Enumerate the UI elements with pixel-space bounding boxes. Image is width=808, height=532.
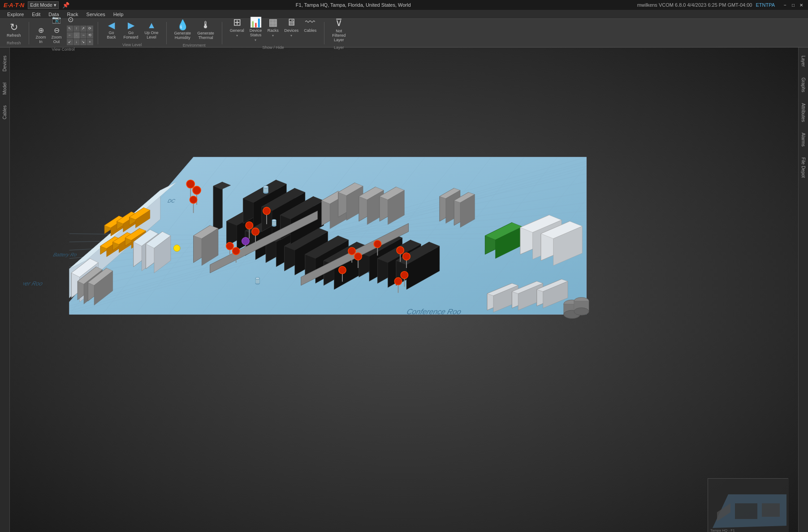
generate-humidity-button[interactable]: 💧 GenerateHumidity <box>172 19 194 41</box>
svg-point-174 <box>190 196 197 203</box>
zoom-out-button[interactable]: ⊖ ZoomOut <box>49 26 64 45</box>
nav-arrow-2[interactable]: ↗ <box>80 26 86 32</box>
sidebar-tab-cables[interactable]: Cables <box>1 102 8 123</box>
refresh-group-label: Refresh <box>7 41 21 45</box>
maximize-button[interactable]: □ <box>790 2 796 8</box>
main-view[interactable]: Power Roo Battery Ro Lab A D B Conferenc… <box>10 48 798 532</box>
pin-icon[interactable]: 📌 <box>62 2 69 9</box>
go-forward-button[interactable]: ▶ GoForward <box>121 19 141 41</box>
general-button[interactable]: ⊞ General ▾ <box>228 16 246 43</box>
svg-point-202 <box>401 271 408 279</box>
refresh-button[interactable]: ↻ Refresh <box>4 21 23 39</box>
minimize-button[interactable]: − <box>782 2 788 8</box>
svg-point-184 <box>232 247 240 255</box>
toolbar-group-view-level: ◀ GoBack ▶ GoForward ▲ Up OneLevel View … <box>101 18 164 48</box>
svg-point-198 <box>339 266 346 274</box>
nav-arrow-1[interactable]: ↖ <box>67 26 73 32</box>
svg-point-200 <box>394 277 402 285</box>
svg-text:Tampa HQ - F1: Tampa HQ - F1 <box>710 528 735 532</box>
sidebar-tab-model[interactable]: Model <box>1 79 8 98</box>
zoom-in-icon: ⊕ <box>38 27 44 34</box>
cables-icon: 〰 <box>305 17 315 27</box>
nav-arrow-right[interactable]: → <box>80 32 86 39</box>
sidebar-tab-attributes[interactable]: Attributes <box>800 99 807 125</box>
device-status-button[interactable]: 📊 DeviceStatus ▾ <box>247 16 264 43</box>
up-one-level-button[interactable]: ▲ Up OneLevel <box>143 19 161 41</box>
nav-arrow-5[interactable]: ↙ <box>67 39 73 45</box>
go-back-icon: ◀ <box>108 21 115 30</box>
nav-arrow-7[interactable]: + <box>87 39 93 45</box>
toolbar-group-show-hide: ⊞ General ▾ 📊 DeviceStatus ▾ ▦ Racks ▾ 🖥… <box>225 15 322 51</box>
camera-button[interactable]: 📷 <box>50 15 63 25</box>
refresh-label: Refresh <box>7 33 21 38</box>
svg-point-176 <box>263 207 271 215</box>
layer-label: Layer <box>334 45 344 50</box>
menu-bar: Explore Edit Data Rack Services Help <box>0 10 808 19</box>
thermal-icon: 🌡 <box>201 20 211 30</box>
show-hide-label: Show / Hide <box>262 45 284 50</box>
nav-arrow-center[interactable]: · <box>73 32 80 39</box>
title-bar: E·A·T·N Edit Mode ▾ 📌 F1, Tampa HQ, Tamp… <box>0 0 808 10</box>
svg-rect-206 <box>735 503 757 519</box>
sidebar-tab-devices[interactable]: Devices <box>1 52 8 75</box>
user-info: mwilkens VCOM 6.8.0 4/4/2023 6:25 PM GMT… <box>637 2 752 8</box>
left-sidebar: Devices Model Cables <box>0 48 10 532</box>
zoom-in-button[interactable]: ⊕ ZoomIn <box>34 26 48 45</box>
svg-text:Battery Ro: Battery Ro <box>52 252 78 257</box>
racks-button[interactable]: ▦ Racks ▾ <box>265 16 281 43</box>
cables-button[interactable]: 〰 Cables <box>302 16 319 43</box>
nav-arrow-3[interactable]: ⟳ <box>87 26 93 32</box>
up-one-level-icon: ▲ <box>147 21 156 30</box>
go-back-button[interactable]: ◀ GoBack <box>104 19 120 41</box>
svg-text:Conference Roo: Conference Roo <box>406 308 462 316</box>
nav-arrow-4[interactable]: ⟲ <box>87 32 93 39</box>
device-status-icon: 📊 <box>250 17 262 27</box>
svg-point-74 <box>173 245 180 251</box>
svg-point-190 <box>354 253 362 260</box>
generate-thermal-button[interactable]: 🌡 GenerateThermal <box>195 19 216 41</box>
close-button[interactable]: ✕ <box>798 2 804 8</box>
etntpa-link[interactable]: ETNTPA <box>756 2 775 8</box>
svg-text:Power Roo: Power Roo <box>23 280 44 287</box>
sidebar-tab-file-depot[interactable]: File Depot <box>800 154 807 182</box>
svg-marker-75 <box>213 182 222 232</box>
humidity-icon: 💧 <box>177 20 189 30</box>
sidebar-tab-layer[interactable]: Layer <box>800 52 807 70</box>
nav-arrows: ↖ ↑ ↗ ⟳ ← · → ⟲ ↙ ↓ ↘ + <box>67 26 93 45</box>
menu-explore[interactable]: Explore <box>4 11 27 18</box>
nav-arrow-down[interactable]: ↓ <box>73 39 80 45</box>
svg-point-168 <box>255 277 259 280</box>
sidebar-tab-graphs[interactable]: Graphs <box>800 74 807 96</box>
nav-arrow-left[interactable]: ← <box>67 32 73 39</box>
mode-selector[interactable]: Edit Mode ▾ <box>28 1 59 9</box>
svg-point-180 <box>252 228 259 235</box>
sidebar-tab-alarms[interactable]: Alarms <box>800 129 807 150</box>
zoom-out-icon: ⊖ <box>54 27 60 34</box>
toolbar: ↻ Refresh Refresh 📷 ⊙ ⊕ ZoomIn ⊖ ZoomOut <box>0 19 808 48</box>
reset-button[interactable]: ⊙ <box>64 15 77 25</box>
refresh-icon: ↻ <box>10 22 18 32</box>
toolbar-group-layer: ⊽ NotFilteredLayer Layer <box>327 16 350 51</box>
toolbar-group-environment: 💧 GenerateHumidity 🌡 GenerateThermal Env… <box>169 18 219 48</box>
svg-point-196 <box>403 253 410 260</box>
svg-point-172 <box>193 186 201 194</box>
toolbar-group-view-control: 📷 ⊙ ⊕ ZoomIn ⊖ ZoomOut ↖ ↑ ↗ ⟳ ← · <box>32 14 95 52</box>
svg-point-178 <box>246 222 253 229</box>
view-control-label: View Control <box>52 47 75 52</box>
not-filtered-button[interactable]: ⊽ NotFilteredLayer <box>330 17 348 43</box>
svg-rect-207 <box>762 503 780 517</box>
minimap: Tampa HQ - F1 <box>708 478 788 532</box>
devices-button[interactable]: 🖥 Devices ▾ <box>282 16 301 43</box>
view-level-label: View Level <box>122 43 142 47</box>
general-icon: ⊞ <box>233 17 241 27</box>
nav-arrow-up[interactable]: ↑ <box>73 26 80 32</box>
reset-icon: ⊙ <box>68 16 73 23</box>
nav-arrow-6[interactable]: ↘ <box>80 39 86 45</box>
svg-point-170 <box>186 180 194 188</box>
filter-icon: ⊽ <box>335 18 342 28</box>
svg-point-186 <box>242 238 250 245</box>
svg-point-194 <box>397 247 404 254</box>
svg-point-182 <box>226 242 234 250</box>
menu-help[interactable]: Help <box>110 11 127 18</box>
racks-icon: ▦ <box>268 17 278 27</box>
